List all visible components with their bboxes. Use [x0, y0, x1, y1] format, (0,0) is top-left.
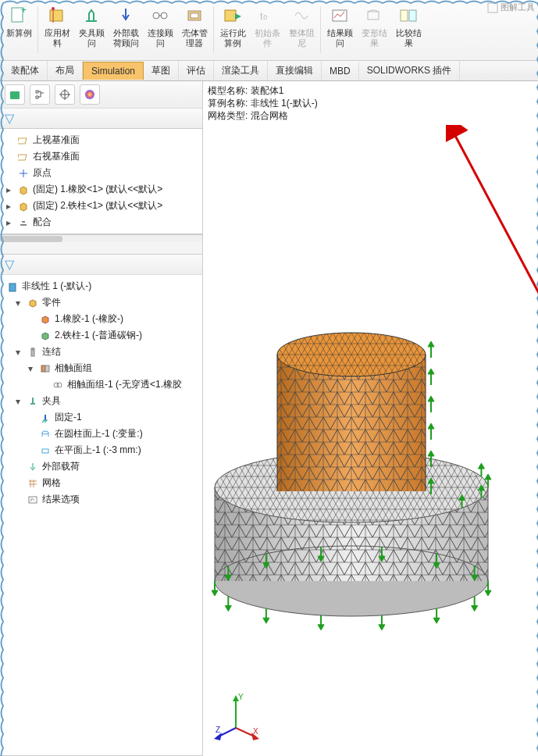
plane-icon	[17, 134, 30, 147]
simulation-tree[interactable]: 非线性 1 (-默认-)▾零件1.橡胶-1 (-橡胶-)2.铁柱-1 (-普通碳…	[0, 275, 202, 756]
sim-item[interactable]: 在平面上-1 (:-3 mm:)	[0, 442, 202, 458]
ribbon-label: 外部载	[113, 28, 139, 38]
sim-item[interactable]: 固定-1	[0, 409, 202, 426]
ribbon-label: 问	[336, 38, 344, 48]
feature-item[interactable]: ▸(固定) 2.铁柱<1> (默认<<默认>	[0, 198, 202, 214]
ribbon-label: 运行此	[220, 28, 246, 38]
svg-rect-11	[225, 10, 236, 21]
fm-tab-config-icon[interactable]	[55, 84, 75, 105]
resadv-button[interactable]: 结果顾问	[322, 3, 357, 50]
feature-item[interactable]: ▸配合	[0, 214, 202, 230]
fm-tab-appearance-icon[interactable]	[80, 84, 100, 105]
svg-marker-80	[263, 618, 269, 623]
tab-direct[interactable]: 直接编辑	[268, 61, 322, 80]
tab-layout[interactable]: 布局	[48, 61, 83, 80]
svg-point-7	[161, 12, 167, 19]
commandmanager-tabs: 装配体布局Simulation草图评估渲染工具直接编辑MBDSOLIDWORKS…	[0, 61, 538, 81]
view-triad[interactable]: Y X Z	[212, 689, 267, 744]
feature-item[interactable]: 原点	[0, 165, 202, 181]
funnel-icon[interactable]: ▽	[5, 257, 14, 272]
ribbon-label: 理器	[186, 38, 203, 48]
tab-eval[interactable]: 评估	[179, 61, 214, 80]
runstudy-button[interactable]: 运行此算例	[216, 3, 250, 50]
sim-item[interactable]: 网格	[0, 475, 202, 491]
main-area: ▽ 上视基准面右视基准面原点▸(固定) 1.橡胶<1> (默认<<默认>▸(固定…	[0, 81, 538, 756]
tree-splitter[interactable]	[0, 242, 202, 255]
ribbon-label: 应用材	[45, 28, 70, 38]
feature-label: (固定) 2.铁柱<1> (默认<<默认>	[33, 199, 162, 212]
sim-item[interactable]: 外部载荷	[0, 458, 202, 475]
fm-tab-model-icon[interactable]	[5, 84, 25, 105]
svg-point-22	[85, 90, 94, 99]
damp-icon	[290, 5, 312, 27]
svg-marker-74	[433, 618, 440, 623]
sim-item[interactable]: 结果选项	[0, 491, 202, 508]
fix-icon	[27, 395, 39, 408]
svg-marker-78	[318, 625, 324, 630]
sim-root-label: 非线性 1 (-默认-)	[22, 280, 91, 293]
mesh-icon	[27, 477, 39, 490]
sim-item[interactable]: ▾夹具	[0, 393, 202, 409]
sim-item[interactable]: 相触面组-1 (-无穿透<1.橡胶	[0, 376, 202, 393]
shellmgr-button[interactable]: 壳体管理器	[177, 3, 212, 50]
sim-label: 2.铁柱-1 (-普通碳钢-)	[55, 329, 142, 342]
deform-icon	[363, 5, 385, 27]
svg-text:t₀: t₀	[260, 10, 267, 22]
applymat-button[interactable]: 应用材料	[40, 3, 74, 50]
ribbon-label: 料	[53, 38, 62, 48]
doc-plus-icon: +	[8, 5, 30, 27]
svg-rect-15	[368, 12, 379, 20]
sim-item[interactable]: 1.橡胶-1 (-橡胶-)	[0, 311, 202, 327]
graphics-viewport[interactable]: 模型名称: 装配体1 算例名称: 非线性 1(-默认-) 网格类型: 混合网格	[203, 81, 538, 756]
connect-button[interactable]: 连接顾问	[143, 3, 177, 50]
sim-item[interactable]: ▾连结	[0, 344, 202, 360]
sim-item[interactable]: 在圆柱面上-1 (:变量:)	[0, 426, 202, 442]
tab-mbd[interactable]: MBD	[322, 62, 359, 80]
tab-sketch[interactable]: 草图	[144, 61, 179, 80]
fixed-icon	[39, 412, 52, 424]
svg-point-5	[52, 7, 55, 10]
feature-item[interactable]: 上视基准面	[0, 132, 202, 148]
feature-item[interactable]: ▸(固定) 1.橡胶<1> (默认<<默认>	[0, 181, 202, 198]
funnel-icon[interactable]: ▽	[5, 111, 14, 126]
part-icon	[17, 184, 30, 196]
fixture-button[interactable]: 夹具顾问	[74, 3, 109, 50]
svg-point-33	[57, 383, 62, 387]
fm-tab-tree-icon[interactable]	[30, 84, 50, 105]
svg-text:Z: Z	[216, 726, 220, 734]
svg-marker-72	[472, 606, 478, 612]
compare-button[interactable]: 比较结果	[391, 3, 426, 50]
material-icon	[46, 5, 68, 27]
tab-swadd[interactable]: SOLIDWORKS 插件	[359, 61, 461, 80]
clamp-icon	[6, 280, 19, 293]
tab-assy[interactable]: 装配体	[3, 61, 48, 80]
part-icon	[17, 200, 30, 212]
tab-render[interactable]: 渲染工具	[214, 61, 268, 80]
svg-marker-82	[225, 606, 231, 612]
ribbon-label: 壳体管	[182, 28, 208, 38]
ribbon-label: 问	[156, 38, 165, 48]
svg-rect-23	[18, 138, 27, 144]
newstudy-button[interactable]: +新算例	[2, 3, 36, 40]
feature-tree[interactable]: 上视基准面右视基准面原点▸(固定) 1.橡胶<1> (默认<<默认>▸(固定) …	[0, 129, 202, 234]
svg-marker-12	[235, 13, 241, 20]
sim-filter-row: ▽	[0, 255, 202, 275]
svg-line-39	[30, 498, 32, 501]
sim-root[interactable]: 非线性 1 (-默认-)	[0, 278, 202, 294]
sim-item[interactable]: ▾零件	[0, 294, 202, 311]
feature-item[interactable]: 右视基准面	[0, 148, 202, 165]
sim-item[interactable]: 2.铁柱-1 (-普通碳钢-)	[0, 327, 202, 344]
svg-text:+: +	[21, 5, 27, 16]
svg-rect-31	[45, 366, 49, 372]
feature-label: 配合	[33, 216, 52, 229]
sim-item[interactable]: ▾相触面组	[0, 360, 202, 376]
svg-rect-17	[409, 10, 416, 21]
feature-label: (固定) 1.橡胶<1> (默认<<默认>	[33, 183, 162, 196]
extload-button[interactable]: 外部载荷顾问	[109, 3, 143, 50]
feature-tree-hscroll[interactable]	[0, 234, 202, 242]
tab-sim[interactable]: Simulation	[83, 62, 144, 80]
ribbon-label: 变形结	[362, 28, 387, 38]
ribbon-label: 夹具顾	[79, 28, 105, 38]
resadv-icon	[329, 5, 351, 27]
sim-label: 网格	[42, 476, 61, 490]
